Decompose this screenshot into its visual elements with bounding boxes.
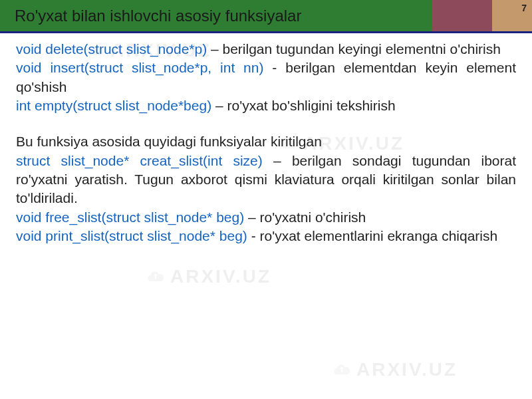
cloud-upload-icon [146,267,165,286]
function-signature: void insert(struct slist_node*p, int nn) [16,60,263,75]
content-area: void delete(struct slist_node*p) – beril… [0,33,532,245]
header-accent-block [432,0,492,31]
function-description: – ro'yxatni o'chirish [244,209,366,225]
function-item: int empty(struct slist_node*beg) – ro'yx… [16,96,516,115]
function-signature: int empty(struct slist_node*beg) [16,98,211,113]
function-item: struct slist_node* creat_slist(int size)… [16,152,516,208]
watermark: ARXIV.UZ [332,359,458,380]
function-description: – ro'yxat bo'shligini tekshirish [211,98,395,113]
page-title: Ro'yxat bilan ishlovchi asosiy funksiyal… [0,0,432,31]
function-signature: void print_slist(struct slist_node* beg) [16,228,247,243]
function-description: – berilgan tugundan keyingi elementni o'… [207,41,501,57]
watermark-text: ARXIV.UZ [356,359,458,380]
function-item: void print_slist(struct slist_node* beg)… [16,227,516,245]
function-item: void delete(struct slist_node*p) – beril… [16,40,516,59]
watermark: ARXIV.UZ [146,266,271,287]
function-signature: void delete(struct slist_node*p) [16,41,207,57]
slide-header: Ro'yxat bilan ishlovchi asosiy funksiyal… [0,0,532,33]
watermark-text: ARXIV.UZ [170,266,271,287]
section-intro: Bu funksiya asosida quyidagi funksiyalar… [16,132,516,151]
function-description: - ro'yxat elementlarini ekranga chiqaris… [247,228,497,243]
function-item: void insert(struct slist_node*p, int nn)… [16,59,516,96]
function-signature: struct slist_node* creat_slist(int size) [16,153,263,168]
page-number: 7 [492,0,532,31]
function-item: void free_slist(struct slist_node* beg) … [16,208,516,227]
cloud-upload-icon [332,360,351,379]
function-signature: void free_slist(struct slist_node* beg) [16,209,244,225]
